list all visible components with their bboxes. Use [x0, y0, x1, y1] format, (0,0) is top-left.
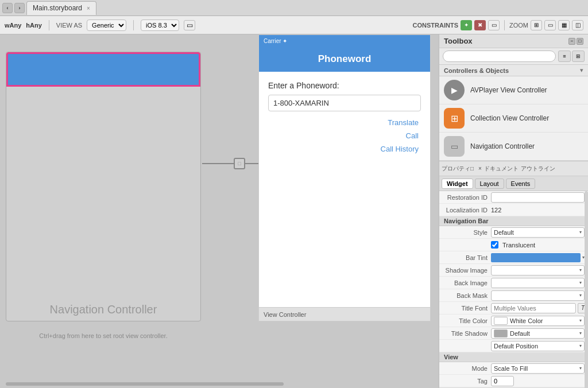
back-mask-select[interactable]: ▾ — [491, 290, 585, 301]
title-shadow-select[interactable]: Default ▾ — [491, 328, 585, 339]
back-image-arrow: ▾ — [579, 280, 582, 285]
restoration-id-row: Restoration ID — [439, 191, 585, 204]
nav-controller-panel: Navigation Controller Ctrl+drag from her… — [6, 52, 201, 321]
localization-id-row: Localization ID 122 — [439, 204, 585, 216]
toolbox-header: Toolbox − □ — [439, 34, 588, 48]
controllers-section-expand-btn[interactable]: ▾ — [580, 67, 583, 74]
title-font-row: Title Font T — [439, 302, 585, 315]
tab-title: Main.storyboard — [33, 4, 82, 12]
toolbox-window-buttons: − □ — [568, 38, 583, 45]
tab-close-button[interactable]: × — [87, 5, 90, 11]
back-mask-arrow: ▾ — [579, 293, 582, 298]
properties-doc-tab[interactable]: ドキュメント — [484, 165, 519, 173]
constraints-options-btn[interactable]: ▭ — [488, 20, 500, 30]
default-position-arrow: ▾ — [579, 343, 582, 348]
zoom-out-btn[interactable]: ▭ — [544, 20, 556, 30]
bar-tint-color-box[interactable] — [491, 253, 581, 262]
grid-view-btn[interactable]: ⊞ — [572, 51, 585, 62]
properties-tab-bar: プロパティ□ × ドキュメント アウトライン — [439, 161, 588, 176]
layout-tab[interactable]: Layout — [475, 179, 504, 189]
toolbox-maximize-btn[interactable]: □ — [577, 38, 583, 45]
restoration-id-input[interactable] — [491, 192, 585, 203]
tag-input[interactable] — [491, 376, 514, 386]
title-shadow-label: Title Shadow — [439, 330, 491, 337]
back-image-select[interactable]: ▾ — [491, 278, 585, 288]
properties-scrollbar[interactable] — [585, 191, 588, 388]
toolbox-search-input[interactable] — [443, 51, 556, 62]
phone-input[interactable] — [268, 95, 421, 111]
title-shadow-swatch — [494, 329, 508, 337]
constraints-error-btn[interactable]: ✖ — [474, 20, 486, 30]
mode-value: Scale To Fill ▾ — [491, 363, 585, 374]
widget-tab[interactable]: Widget — [442, 179, 473, 189]
right-panel: Toolbox − □ ≡ ⊞ Controllers & Objects ▾ — [439, 34, 588, 388]
avplayer-controller-item[interactable]: ▶ AVPlayer View Controller — [439, 76, 588, 104]
zoom-fit-btn[interactable]: ⊞ — [531, 20, 542, 30]
title-font-value: T — [491, 303, 585, 313]
style-select[interactable]: Default ▾ — [491, 227, 585, 238]
view-as-select[interactable]: Generic — [87, 20, 126, 31]
title-color-swatch — [494, 317, 508, 325]
properties-outline-tab[interactable]: アウトライン — [521, 165, 555, 173]
back-mask-row: Back Mask ▾ — [439, 289, 585, 302]
localization-id-label: Localization ID — [439, 207, 491, 214]
shadow-image-select[interactable]: ▾ — [491, 265, 585, 276]
arrow-line-left — [202, 163, 234, 164]
phone-carrier: Carrier ✦ — [264, 38, 287, 44]
canvas-scrollbar[interactable] — [6, 382, 284, 386]
collection-label: Collection View Controller — [470, 114, 549, 122]
title-color-value: White Color ▾ — [491, 316, 585, 326]
device-icon: ▭ — [184, 20, 195, 30]
zoom-percent-btn[interactable]: ◫ — [572, 20, 583, 30]
properties-panel: プロパティ□ × ドキュメント アウトライン Widget Layout Eve… — [439, 161, 588, 388]
zoom-label: ZOOM — [509, 22, 528, 29]
size-label-w: wAny — [5, 22, 21, 29]
title-shadow-arrow: ▾ — [579, 331, 582, 336]
phone-translate-link[interactable]: Translate — [268, 118, 421, 127]
ios-version-select[interactable]: iOS 8.3 — [141, 20, 179, 31]
bar-tint-value: ▾ — [491, 253, 585, 262]
localization-id-value: 122 — [491, 207, 585, 214]
toolbox-minimize-btn[interactable]: − — [568, 38, 575, 45]
separator-2 — [133, 20, 134, 30]
title-color-select[interactable]: White Color ▾ — [491, 316, 585, 326]
title-font-label: Title Font — [439, 305, 491, 312]
properties-lang-label: プロパティ□ — [442, 165, 474, 173]
phone-call-history-link[interactable]: Call History — [268, 145, 421, 153]
default-position-row: Default Position ▾ — [439, 340, 585, 352]
zoom-in-btn[interactable]: ▦ — [558, 20, 570, 30]
view-as-label: VIEW AS — [56, 22, 82, 29]
bar-tint-label: Bar Tint — [439, 254, 491, 261]
title-font-type-btn[interactable]: T — [578, 303, 585, 313]
translucent-value: Translucent — [491, 241, 585, 249]
list-view-btn[interactable]: ≡ — [558, 51, 571, 62]
toolbar: wAny hAny VIEW AS Generic iOS 8.3 ▭ CONS… — [0, 16, 588, 34]
forward-button[interactable]: › — [14, 3, 25, 13]
title-color-content: White Color — [494, 317, 543, 325]
events-tab[interactable]: Events — [506, 179, 536, 189]
translucent-checkbox[interactable] — [491, 241, 498, 249]
back-button[interactable]: ‹ — [2, 3, 13, 13]
phone-enter-label: Enter a Phoneword: — [268, 81, 421, 90]
mode-label: Mode — [439, 365, 491, 372]
phone-call-link[interactable]: Call — [268, 131, 421, 140]
mode-text: Scale To Fill — [494, 365, 528, 372]
canvas-area[interactable]: Navigation Controller Ctrl+drag from her… — [0, 34, 439, 388]
tab-bar: ‹ › Main.storyboard × — [0, 0, 588, 16]
title-color-arrow: ▾ — [579, 318, 582, 323]
translucent-row: Translucent — [439, 239, 585, 251]
collection-controller-item[interactable]: ⊞ Collection View Controller — [439, 104, 588, 133]
title-font-input[interactable] — [491, 303, 576, 313]
size-label-h: hAny — [26, 22, 42, 29]
default-position-select[interactable]: Default Position ▾ — [491, 341, 585, 351]
navigation-controller-item[interactable]: ▭ Navigation Controller — [439, 133, 588, 161]
collection-icon: ⊞ — [444, 108, 465, 129]
shadow-image-value: ▾ — [491, 265, 585, 276]
main-storyboard-tab[interactable]: Main.storyboard × — [26, 1, 96, 15]
constraints-add-btn[interactable]: ✦ — [461, 20, 472, 30]
title-shadow-value: Default ▾ — [491, 328, 585, 339]
back-mask-label: Back Mask — [439, 292, 491, 299]
tag-value — [491, 376, 585, 386]
mode-select[interactable]: Scale To Fill ▾ — [491, 363, 585, 374]
constraints-area: CONSTRAINTS ✦ ✖ ▭ ZOOM ⊞ ▭ ▦ ◫ — [413, 20, 583, 30]
